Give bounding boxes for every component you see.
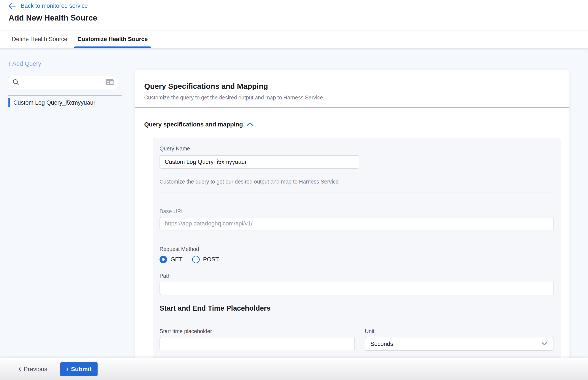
back-arrow-icon [8,3,17,9]
plus-icon: + [8,60,12,67]
search-icon [12,79,20,87]
unit-label: Unit [365,328,553,334]
query-item-label: Custom Log Query_i5xmyyuaur [13,99,95,106]
radio-get-circle [159,256,167,263]
chevron-up-icon [247,122,253,127]
section-title: Query specifications and mapping [144,121,243,128]
card-divider [159,193,554,193]
back-link-label: Back to monitored service [21,3,88,9]
unit-select[interactable]: Seconds [365,337,553,351]
radio-get[interactable]: GET [159,256,183,263]
start-time-placeholder-input[interactable] [159,337,355,350]
query-sidebar: + Add Query [0,48,135,358]
add-query-button[interactable]: + Add Query [8,60,135,67]
query-spec-panel: Query Specifications and Mapping Customi… [135,70,570,358]
tab-bar: Define Health Source Customize Health So… [12,31,151,48]
chevron-right-icon: › [66,366,69,372]
query-name-input[interactable] [159,155,359,169]
add-query-label: Add Query [12,60,41,67]
previous-button[interactable]: ‹ Previous [18,366,47,373]
list-item-query[interactable]: Custom Log Query_i5xmyyuaur [8,98,135,107]
query-name-label: Query Name [159,146,554,152]
section-header-row: Query specifications and mapping [144,121,570,128]
panel-title: Query Specifications and Mapping [144,82,560,91]
selected-indicator-bar [8,98,10,107]
sidebar-divider [8,95,122,95]
panel-subtitle: Customize the query to get the desired o… [144,95,560,101]
submit-button[interactable]: › Submit [60,362,98,376]
unit-select-value: Seconds [370,341,393,347]
page-title: Add New Health Source [9,13,97,22]
content-area: + Add Query [0,48,588,358]
active-tab-underline [74,46,151,48]
base-url-label: Base URL [159,208,554,214]
query-help-text: Customize the query to get our desired o… [159,179,554,185]
tab-define-health-source[interactable]: Define Health Source [12,31,67,48]
page: Back to monitored service Add New Health… [0,0,588,380]
base-url-input[interactable] [159,217,554,230]
radio-post[interactable]: POST [192,256,219,263]
tab-customize-health-source[interactable]: Customize Health Source [74,31,151,48]
footer-bar: ‹ Previous › Submit [0,358,588,380]
placeholders-heading: Start and End Time Placeholders [159,304,554,312]
query-search-input[interactable] [8,76,118,89]
panel-divider [135,107,570,108]
collapse-section-button[interactable] [247,122,253,127]
request-method-label: Request Method [159,246,554,252]
start-time-placeholder-label: Start time placeholder [159,328,355,334]
card-divider [159,317,554,317]
chevron-down-icon [541,341,548,347]
header: Back to monitored service Add New Health… [0,0,588,48]
path-input[interactable] [159,282,554,295]
request-method-radio-group: GET POST [159,256,554,263]
contact-card-icon[interactable] [105,79,114,86]
path-label: Path [159,273,554,279]
chevron-left-icon: ‹ [18,365,21,373]
radio-post-circle [192,256,200,263]
query-form-card: Query Name Customize the query to get ou… [153,138,561,358]
back-link[interactable]: Back to monitored service [8,3,88,9]
